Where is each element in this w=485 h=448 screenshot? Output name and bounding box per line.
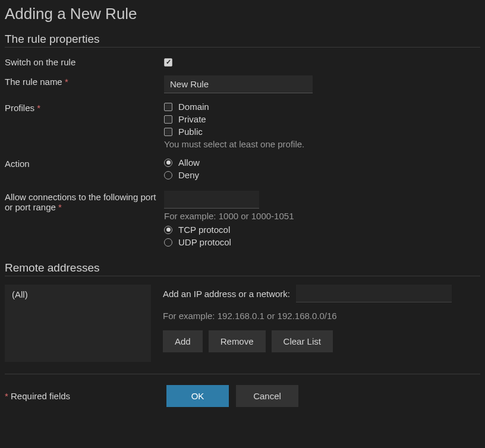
action-deny-radio[interactable] xyxy=(164,171,172,179)
action-allow-label: Allow xyxy=(178,157,200,168)
profile-private-item: Private xyxy=(164,114,480,124)
profiles-row: Profiles * Domain Private Public You mus… xyxy=(5,102,480,149)
cancel-button[interactable]: Cancel xyxy=(236,385,298,407)
protocol-tcp-item: TCP protocol xyxy=(164,225,480,235)
protocol-tcp-radio[interactable] xyxy=(164,226,172,234)
switch-on-checkbox[interactable] xyxy=(164,58,172,67)
ok-button[interactable]: OK xyxy=(166,385,229,407)
profile-private-label: Private xyxy=(178,114,206,124)
remote-addresses-heading: Remote addresses xyxy=(5,261,480,276)
protocol-udp-radio[interactable] xyxy=(164,238,172,247)
protocol-udp-item: UDP protocol xyxy=(164,237,480,247)
protocol-udp-label: UDP protocol xyxy=(178,237,231,247)
profile-public-checkbox[interactable] xyxy=(164,128,172,136)
rule-name-row: The rule name * xyxy=(5,75,480,93)
rule-properties-section: The rule properties Switch on the rule T… xyxy=(5,33,480,250)
required-asterisk: * xyxy=(37,103,40,113)
required-asterisk: * xyxy=(5,391,8,401)
rule-name-label: The rule name * xyxy=(5,75,164,87)
profile-private-checkbox[interactable] xyxy=(164,115,172,124)
profiles-helper: You must select at least one profile. xyxy=(164,139,480,149)
ip-label: Add an IP address or a network: xyxy=(163,289,290,299)
address-list[interactable]: (All) xyxy=(5,285,151,362)
action-allow-radio[interactable] xyxy=(164,159,172,167)
rule-name-input[interactable] xyxy=(164,75,313,93)
port-input[interactable] xyxy=(164,191,259,209)
action-allow-item: Allow xyxy=(164,157,480,168)
port-row: Allow connections to the following port … xyxy=(5,191,480,250)
switch-on-row: Switch on the rule xyxy=(5,56,480,67)
address-list-default: (All) xyxy=(12,289,28,299)
profiles-label: Profiles * xyxy=(5,102,164,113)
action-label: Action xyxy=(5,157,164,169)
profile-domain-label: Domain xyxy=(178,102,209,112)
rule-properties-heading: The rule properties xyxy=(5,33,480,48)
profile-domain-item: Domain xyxy=(164,102,480,112)
ip-helper: For example: 192.168.0.1 or 192.168.0.0/… xyxy=(163,311,480,321)
port-label: Allow connections to the following port … xyxy=(5,191,164,212)
action-deny-label: Deny xyxy=(178,170,199,180)
profile-domain-checkbox[interactable] xyxy=(164,103,172,111)
protocol-tcp-label: TCP protocol xyxy=(178,225,230,235)
action-row: Action Allow Deny xyxy=(5,157,480,182)
ip-input[interactable] xyxy=(296,285,452,302)
required-asterisk: * xyxy=(65,77,68,87)
remote-addresses-section: Remote addresses (All) Add an IP address… xyxy=(5,261,480,362)
port-helper: For example: 1000 or 1000-1051 xyxy=(164,211,480,221)
profile-public-label: Public xyxy=(178,127,203,137)
required-asterisk: * xyxy=(58,202,62,212)
clear-list-button[interactable]: Clear List xyxy=(272,330,333,352)
profile-public-item: Public xyxy=(164,127,480,137)
remove-button[interactable]: Remove xyxy=(209,330,266,352)
add-button[interactable]: Add xyxy=(163,330,203,352)
action-deny-item: Deny xyxy=(164,170,480,180)
footer: * Required fields OK Cancel xyxy=(5,374,480,407)
required-fields-label: * Required fields xyxy=(5,391,166,401)
switch-on-label: Switch on the rule xyxy=(5,56,164,67)
page-title: Adding a New Rule xyxy=(5,5,480,23)
